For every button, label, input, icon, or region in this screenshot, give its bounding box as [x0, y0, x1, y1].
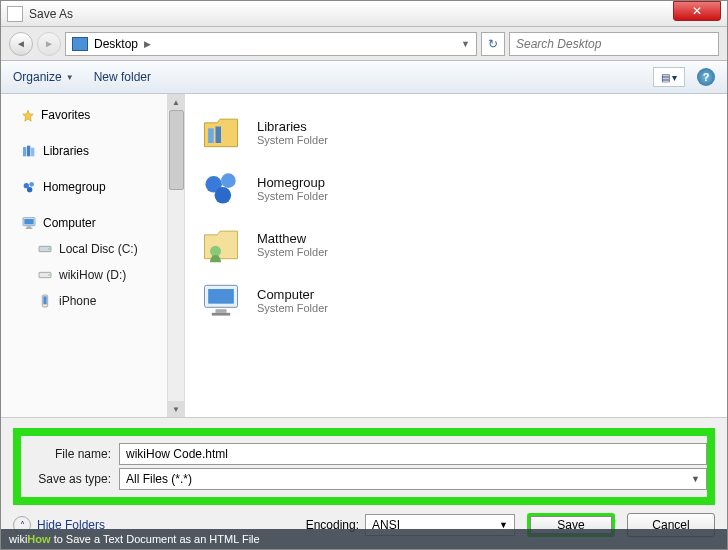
svg-rect-9: [26, 228, 33, 229]
forward-button[interactable]: ►: [37, 32, 61, 56]
drive-icon: [37, 241, 53, 257]
close-button[interactable]: ✕: [673, 1, 721, 21]
search-input[interactable]: [509, 32, 719, 56]
sidebar-item-homegroup[interactable]: Homegroup: [1, 174, 184, 200]
list-item[interactable]: LibrariesSystem Folder: [189, 104, 723, 160]
svg-rect-8: [27, 226, 31, 227]
libraries-icon: [197, 108, 245, 156]
homegroup-icon: [197, 164, 245, 212]
chevron-down-icon[interactable]: ▼: [461, 39, 470, 49]
drive-icon: [37, 267, 53, 283]
filetype-combo[interactable]: All Files (*.*)▼: [119, 468, 707, 490]
list-item[interactable]: HomegroupSystem Folder: [189, 160, 723, 216]
svg-rect-7: [24, 219, 33, 224]
libraries-icon: [21, 143, 37, 159]
sidebar-item-computer[interactable]: Computer: [1, 210, 184, 236]
help-button[interactable]: ?: [697, 68, 715, 86]
svg-rect-0: [23, 147, 26, 156]
svg-rect-1: [27, 146, 30, 157]
sidebar: Favorites Libraries Homegroup Computer L…: [1, 94, 185, 417]
svg-rect-23: [208, 289, 234, 304]
homegroup-icon: [21, 179, 37, 195]
computer-icon: [197, 276, 245, 324]
back-button[interactable]: ◄: [9, 32, 33, 56]
filetype-label: Save as type:: [21, 472, 119, 486]
sidebar-item-drive-d[interactable]: wikiHow (D:): [1, 262, 184, 288]
filename-input[interactable]: [119, 443, 707, 465]
scroll-thumb[interactable]: [169, 110, 184, 190]
svg-point-5: [27, 187, 32, 192]
watermark: wikiHow to Save a Text Document as an HT…: [1, 529, 727, 549]
svg-rect-24: [216, 309, 227, 313]
sidebar-item-drive-c[interactable]: Local Disc (C:): [1, 236, 184, 262]
svg-rect-17: [216, 127, 222, 144]
breadcrumb-label: Desktop: [94, 37, 138, 51]
highlight-box: File name: Save as type: All Files (*.*)…: [13, 428, 715, 505]
sidebar-item-favorites[interactable]: Favorites: [1, 102, 184, 128]
address-bar: ◄ ► Desktop ▶ ▼ ↻: [1, 27, 727, 61]
svg-rect-25: [212, 313, 230, 316]
svg-point-11: [48, 248, 49, 249]
svg-point-19: [221, 173, 236, 188]
list-item[interactable]: ComputerSystem Folder: [189, 272, 723, 328]
app-icon: [7, 6, 23, 22]
svg-rect-16: [208, 128, 214, 143]
sidebar-scrollbar[interactable]: ▲ ▼: [167, 94, 184, 417]
toolbar: Organize▼ New folder ▤ ▾ ?: [1, 61, 727, 94]
refresh-button[interactable]: ↻: [481, 32, 505, 56]
svg-point-13: [48, 274, 49, 275]
chevron-right-icon: ▶: [144, 39, 151, 49]
computer-icon: [21, 215, 37, 231]
star-icon: [21, 108, 35, 122]
user-folder-icon: [197, 220, 245, 268]
view-options-button[interactable]: ▤ ▾: [653, 67, 685, 87]
svg-point-20: [215, 187, 232, 204]
list-item[interactable]: MatthewSystem Folder: [189, 216, 723, 272]
device-icon: [37, 293, 53, 309]
organize-menu[interactable]: Organize▼: [13, 70, 74, 84]
sidebar-item-libraries[interactable]: Libraries: [1, 138, 184, 164]
filename-label: File name:: [21, 447, 119, 461]
breadcrumb[interactable]: Desktop ▶ ▼: [65, 32, 477, 56]
svg-rect-2: [31, 148, 34, 157]
scroll-up-button[interactable]: ▲: [168, 94, 184, 110]
scroll-down-button[interactable]: ▼: [168, 401, 184, 417]
new-folder-button[interactable]: New folder: [94, 70, 151, 84]
svg-rect-15: [43, 296, 46, 304]
title-bar: Save As ✕: [1, 1, 727, 27]
window-title: Save As: [29, 7, 73, 21]
desktop-icon: [72, 37, 88, 51]
file-list: LibrariesSystem Folder HomegroupSystem F…: [185, 94, 727, 417]
svg-point-4: [29, 182, 34, 187]
sidebar-item-iphone[interactable]: iPhone: [1, 288, 184, 314]
